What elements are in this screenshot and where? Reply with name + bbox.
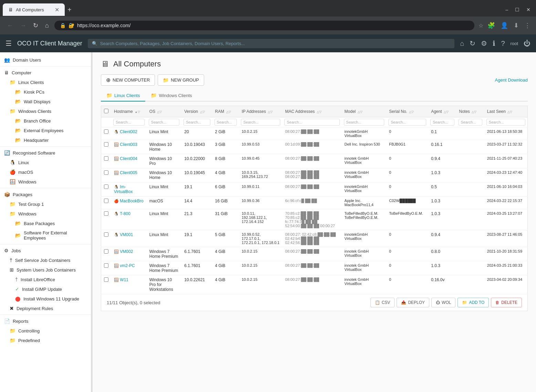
col-version[interactable]: Version △▽ <box>181 106 212 117</box>
col-mac[interactable]: MAC Addresses △▽ <box>282 106 341 117</box>
col-serial[interactable]: Serial No. △▽ <box>386 106 428 117</box>
profile-icon[interactable]: 👤 <box>501 22 508 29</box>
sidebar-item-deployment-rules[interactable]: ✖ Deployment Rules <box>0 304 91 313</box>
row-checkbox-1[interactable] <box>104 142 108 147</box>
sidebar-item-packages[interactable]: 📦 Packages <box>0 190 91 199</box>
close-window-btn[interactable]: ✕ <box>524 6 533 13</box>
search-mac[interactable] <box>284 119 339 126</box>
deploy-btn[interactable]: 📤 DEPLOY <box>397 298 429 307</box>
col-model[interactable]: Model △▽ <box>342 106 387 117</box>
maximize-btn[interactable]: ☐ <box>512 6 522 13</box>
hostname-link-7[interactable]: VM001 <box>120 232 133 237</box>
row-checkbox-7[interactable] <box>104 232 108 237</box>
filter-tab-windows-clients[interactable]: 📁 Windows Clients <box>145 90 197 102</box>
sidebar-item-external-employees[interactable]: 📂 External Employees <box>0 126 91 135</box>
download-icon[interactable]: ⬇ <box>514 22 519 29</box>
col-hostname[interactable]: Hostname ▲▽ <box>111 106 147 117</box>
add-to-btn[interactable]: 📁 ADD TO <box>458 298 489 307</box>
col-agent[interactable]: Agent △▽ <box>428 106 456 117</box>
sidebar-item-reports[interactable]: 📄 Reports <box>0 316 91 326</box>
sidebar-item-predefined[interactable]: 📁 Predefined <box>0 336 91 345</box>
row-checkbox-6[interactable] <box>104 211 108 216</box>
sidebar-item-install-gimp[interactable]: ✓ Install GIMP Update <box>0 284 91 294</box>
refresh-btn[interactable]: ↻ <box>32 20 40 31</box>
settings-icon[interactable]: ⋮ <box>524 22 530 29</box>
row-checkbox-2[interactable] <box>104 156 108 161</box>
back-btn[interactable]: ← <box>6 21 14 31</box>
new-tab-btn[interactable]: + <box>65 6 74 14</box>
row-checkbox-4[interactable] <box>104 184 108 189</box>
sidebar-item-macos[interactable]: 🍎 macOS <box>0 167 91 177</box>
agent-download-link[interactable]: Agent Download <box>495 77 528 83</box>
search-ram[interactable] <box>214 119 237 126</box>
sidebar-item-install-win11[interactable]: ⬤ Install Windows 11 Upgrade <box>0 294 91 304</box>
csv-btn[interactable]: 📋 CSV <box>370 298 395 307</box>
sidebar-item-controlling[interactable]: 📁 Controlling <box>0 326 91 336</box>
search-ip[interactable] <box>241 119 280 126</box>
minimize-btn[interactable]: – <box>503 6 511 13</box>
row-checkbox-5[interactable] <box>104 199 108 203</box>
filter-tab-linux-clients[interactable]: 📁 Linux Clients <box>101 90 145 102</box>
bookmark-icon[interactable]: ☆ <box>479 22 483 29</box>
select-all-checkbox[interactable] <box>104 109 108 113</box>
sidebar-item-kiosk-pcs[interactable]: 📂 Kiosk PCs <box>0 87 91 97</box>
select-all-col[interactable] <box>101 106 112 117</box>
global-search-bar[interactable]: 🔍 Search Computers, Packages, Job Contai… <box>88 39 455 48</box>
search-model[interactable] <box>344 119 385 126</box>
hostname-link-10[interactable]: W11 <box>120 277 128 282</box>
tab-close-btn[interactable]: ✕ <box>55 7 59 13</box>
sidebar-item-jobs[interactable]: ⚙ Jobs <box>0 246 91 255</box>
info-header-icon[interactable]: ℹ <box>493 39 495 47</box>
col-ram[interactable]: RAM △▽ <box>212 106 239 117</box>
search-notes[interactable] <box>459 119 482 126</box>
row-checkbox-9[interactable] <box>104 263 108 268</box>
sidebar-item-domain-users[interactable]: 👥 Domain Users <box>0 55 91 65</box>
home-btn[interactable]: ⌂ <box>44 21 50 31</box>
settings-header-icon[interactable]: ⚙ <box>481 39 487 47</box>
col-last-seen[interactable]: Last Seen △▽ <box>484 106 528 117</box>
row-checkbox-10[interactable] <box>104 277 108 282</box>
col-notes[interactable]: Notes △▽ <box>456 106 484 117</box>
new-computer-btn[interactable]: ⊕ NEW COMPUTER <box>101 74 155 86</box>
sidebar-item-windows[interactable]: 🪟 Windows <box>0 177 91 187</box>
search-last-seen[interactable] <box>486 119 525 126</box>
hostname-link-1[interactable]: Client003 <box>120 142 137 147</box>
sidebar-item-self-service[interactable]: † Self Service Job Containers <box>0 255 91 265</box>
hostname-link-8[interactable]: VM002 <box>120 249 133 254</box>
logout-icon[interactable]: ⏻ <box>524 40 530 47</box>
forward-btn[interactable]: → <box>19 21 28 31</box>
sidebar-item-branch-office[interactable]: 📂 Branch Office <box>0 116 91 126</box>
hostname-link-5[interactable]: MacBookBro <box>120 199 144 203</box>
row-checkbox-3[interactable] <box>104 170 108 175</box>
hostname-link-6[interactable]: T-800 <box>120 211 130 216</box>
search-agent[interactable] <box>430 119 454 126</box>
sidebar-item-base-packages[interactable]: 📂 Base Packages <box>0 219 91 228</box>
search-version[interactable] <box>183 119 210 126</box>
hamburger-menu-icon[interactable]: ☰ <box>6 39 12 47</box>
col-os[interactable]: OS △▽ <box>147 106 181 117</box>
sidebar-item-packages-windows[interactable]: 📁 Windows <box>0 209 91 219</box>
hostname-link-9[interactable]: vm2-PC <box>120 263 135 268</box>
address-bar[interactable]: 🔒 🔐 https://oco.example.com/ <box>54 21 474 30</box>
new-group-btn[interactable]: 📁 NEW GROUP <box>158 74 204 86</box>
help-header-icon[interactable]: ? <box>501 40 505 47</box>
hostname-link-2[interactable]: Client004 <box>120 156 137 161</box>
sidebar-item-install-libreoffice[interactable]: † Install LibreOffice <box>0 275 91 284</box>
col-ip[interactable]: IP Addresses △▽ <box>239 106 282 117</box>
sidebar-item-windows-clients[interactable]: 📁 Windows Clients <box>0 106 91 116</box>
refresh-header-icon[interactable]: ↻ <box>470 39 475 47</box>
sidebar-item-test-group-1[interactable]: 📁 Test Group 1 <box>0 199 91 209</box>
browser-tab[interactable]: 🖥 All Computers ✕ <box>3 3 65 16</box>
sidebar-item-software-external[interactable]: 📂 Software For External Employees <box>0 228 91 243</box>
search-os[interactable] <box>149 119 179 126</box>
sidebar-section-computer[interactable]: 🖥 Computer <box>0 68 91 77</box>
wol-btn[interactable]: ⏻ WOL <box>431 298 455 307</box>
hostname-link-0[interactable]: Client002 <box>120 129 137 134</box>
row-checkbox-8[interactable] <box>104 249 108 254</box>
sidebar-item-headquarter[interactable]: 📂 Headquarter <box>0 135 91 145</box>
sidebar-item-linux-clients[interactable]: 📁 Linux Clients <box>0 77 91 87</box>
home-header-icon[interactable]: ⌂ <box>460 40 464 47</box>
sidebar-item-system-users[interactable]: ⊞ System Users Job Containers <box>0 265 91 275</box>
sidebar-item-wall-displays[interactable]: 📂 Wall Displays <box>0 97 91 106</box>
extensions-icon[interactable]: 🧩 <box>487 22 495 29</box>
